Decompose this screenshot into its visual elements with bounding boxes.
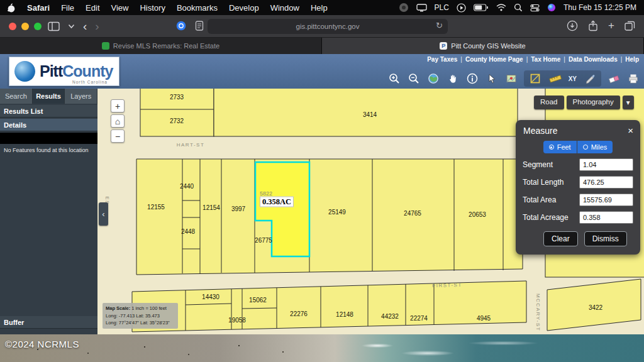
measure-length-icon[interactable] (548, 72, 562, 85)
pointer-cursor-icon[interactable] (485, 72, 499, 85)
tab-search[interactable]: Search (0, 89, 33, 104)
status-plc-label[interactable]: PLC (435, 3, 449, 12)
status-display-icon[interactable] (416, 4, 427, 12)
zoom-window-button[interactable] (34, 23, 42, 30)
unit-miles-button[interactable]: Miles (577, 141, 613, 153)
spotlight-icon[interactable] (514, 3, 523, 12)
downloads-icon[interactable] (567, 20, 578, 31)
refresh-icon[interactable]: ↻ (436, 21, 443, 30)
battery-icon[interactable] (474, 4, 489, 11)
map-zoom-in-button[interactable]: + (111, 99, 125, 112)
sidebar-toggle-icon[interactable] (48, 21, 60, 31)
scale-value: 1 inch = 100 feet (131, 305, 167, 311)
menu-window[interactable]: Window (270, 3, 299, 13)
tab-results[interactable]: Results (33, 89, 65, 104)
globe-extent-icon[interactable] (426, 72, 440, 85)
parcel-label-19058: 19058 (228, 317, 246, 324)
parcel-label-12154: 12154 (203, 204, 220, 211)
parcel-label-4945: 4945 (477, 315, 491, 322)
no-features-message: No Features found at this location (0, 144, 97, 156)
address-bar[interactable]: gis.pittcountync.gov ↻ (208, 19, 448, 34)
site-header: PittCounty North Carolina Pay Taxes| Cou… (0, 54, 644, 89)
draw-pencil-icon[interactable] (583, 72, 597, 85)
unit-feet-button[interactable]: Feet (543, 141, 577, 153)
wifi-icon[interactable] (496, 4, 506, 11)
tab-overview-icon[interactable] (625, 21, 635, 31)
basemap-caret-button[interactable]: ▾ (623, 96, 634, 109)
minimize-window-button[interactable] (21, 23, 29, 30)
identify-info-icon[interactable] (465, 72, 479, 85)
details-header[interactable]: Details (0, 119, 97, 131)
map-zoom-out-button[interactable]: − (111, 129, 125, 143)
tab-pitt-county-gis[interactable]: P Pitt County GIS Website (322, 38, 644, 54)
close-icon[interactable]: × (628, 125, 633, 136)
macos-menubar: Safari File Edit View History Bookmarks … (0, 0, 644, 15)
parcel-label-2440: 2440 (180, 183, 194, 190)
share-icon[interactable] (588, 20, 598, 31)
link-county-home[interactable]: County Home Page (465, 56, 523, 63)
basemap-road-button[interactable]: Road (534, 96, 564, 109)
menu-edit[interactable]: Edit (86, 3, 99, 13)
status-play-icon[interactable] (457, 3, 466, 13)
back-button[interactable]: ‹ (83, 20, 87, 33)
control-center-icon[interactable] (530, 4, 540, 12)
siri-icon[interactable] (547, 3, 556, 12)
total-area-value-field[interactable]: 15575.69 (579, 194, 633, 206)
zoom-in-icon[interactable] (387, 72, 401, 85)
close-window-button[interactable] (9, 23, 16, 30)
menu-help[interactable]: Help (311, 3, 328, 13)
link-divider: | (621, 56, 623, 63)
forward-button[interactable]: › (95, 20, 99, 33)
menu-develop[interactable]: Develop (229, 3, 259, 13)
parcel-label-22274: 22274 (410, 315, 428, 322)
parcel-label-22276: 22276 (290, 310, 308, 317)
parcel-label-44232: 44232 (381, 313, 399, 320)
tab-mls-remarks[interactable]: Revise MLS Remarks: Real Estate (0, 38, 322, 54)
selected-result-row[interactable] (0, 133, 97, 144)
print-icon[interactable] (626, 72, 640, 85)
street-label-MCCARY-ST: MCCARY-ST (535, 293, 541, 331)
extension-icon[interactable] (176, 21, 186, 31)
measure-area-icon[interactable] (528, 72, 542, 85)
link-help[interactable]: Help (625, 56, 639, 63)
new-tab-button[interactable]: + (608, 20, 614, 31)
pitt-county-logo[interactable]: PittCounty North Carolina (9, 57, 119, 86)
xy-coordinates-icon[interactable]: XY (569, 75, 577, 82)
apple-menu-icon[interactable] (8, 3, 16, 13)
parcel-label-25149: 25149 (328, 209, 346, 216)
clear-button[interactable]: Clear (543, 231, 578, 246)
link-tax-home[interactable]: Tax Home (531, 56, 560, 63)
results-list-header[interactable]: Results List (0, 105, 97, 118)
total-acreage-value-field[interactable]: 0.358 (579, 211, 633, 224)
menu-file[interactable]: File (61, 3, 74, 13)
menubar-clock[interactable]: Thu Feb 15 12:25 PM (564, 3, 636, 12)
link-data-downloads[interactable]: Data Downloads (569, 56, 618, 63)
measure-row-total-length: Total Length 476.25 (523, 176, 633, 189)
menubar-app-name[interactable]: Safari (27, 3, 50, 13)
menu-history[interactable]: History (140, 3, 165, 13)
eraser-icon[interactable] (607, 72, 621, 85)
basemap-photography-button[interactable]: Photography (567, 96, 620, 109)
buffer-header[interactable]: Buffer (0, 316, 97, 329)
locate-map-icon[interactable] (504, 72, 518, 85)
link-pay-taxes[interactable]: Pay Taxes (427, 56, 457, 63)
menu-view[interactable]: View (111, 3, 129, 13)
tab-layers[interactable]: Layers (65, 89, 97, 104)
sidebar-collapse-button[interactable]: ‹ (99, 202, 108, 226)
dismiss-button[interactable]: Dismiss (584, 231, 627, 246)
segment-value-field[interactable]: 1.04 (579, 158, 633, 171)
tab-group-chevron-icon[interactable] (68, 24, 75, 29)
status-shortcut-icon[interactable] (399, 3, 409, 13)
total-length-value-field[interactable]: 476.25 (579, 176, 633, 189)
map-home-button[interactable]: ⌂ (111, 114, 125, 128)
unit-label: Miles (591, 143, 608, 151)
reader-page-icon[interactable] (195, 21, 204, 31)
radio-selected-icon (549, 145, 554, 150)
zoom-out-icon[interactable] (407, 72, 421, 85)
map-canvas[interactable]: 5822 0.358AC 273327323414244012155121543… (97, 89, 644, 334)
menu-bookmarks[interactable]: Bookmarks (177, 3, 218, 13)
logo-part1: Pitt (40, 62, 62, 80)
link-divider: | (460, 56, 462, 63)
pan-hand-icon[interactable] (446, 72, 460, 85)
street-label-FIRST-ST: FIRST-ST (432, 282, 462, 288)
